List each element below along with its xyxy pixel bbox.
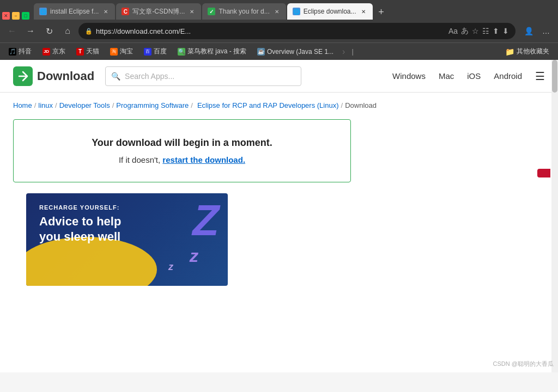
ad-headline: Advice to helpyou sleep well xyxy=(39,214,215,244)
search-box[interactable]: 🔍 Search Apps... xyxy=(105,66,301,86)
restart-download-link[interactable]: restart the download. xyxy=(162,155,245,164)
home-button[interactable]: ⌂ xyxy=(60,23,75,39)
tab-close-button[interactable]: ✕ xyxy=(360,8,367,15)
breadcrumb-programming-software[interactable]: Programming Software xyxy=(116,101,189,109)
bookmark-douyin[interactable]: 🎵 抖音 xyxy=(4,46,36,57)
folder-icon: 📁 xyxy=(505,47,514,56)
bookmark-java[interactable]: ☕ Overview (Java SE 1... xyxy=(253,47,338,57)
watermark: CSDN @聪明的大香瓜 xyxy=(493,360,554,368)
tab-eclipse-download[interactable]: 🌐 Eclipse downloa... ✕ xyxy=(287,3,373,20)
bookmark-jd[interactable]: JD 京东 xyxy=(38,46,70,57)
douyin-icon: 🎵 xyxy=(9,48,16,56)
search-icon: 🔍 xyxy=(111,72,120,81)
download-main-text: Your download will begin in a moment. xyxy=(35,137,329,149)
site-logo[interactable]: Download xyxy=(13,66,94,86)
bookmark-tianmao[interactable]: T 天猫 xyxy=(72,46,104,57)
logo-text: Download xyxy=(37,69,94,83)
nav-windows[interactable]: Windows xyxy=(392,71,426,81)
refresh-button[interactable]: ↻ xyxy=(41,23,57,39)
download-sub-text: If it doesn't, restart the download. xyxy=(35,155,329,164)
tab-close-button[interactable]: ✕ xyxy=(102,8,110,15)
bookmark-label: 抖音 xyxy=(19,47,32,56)
ad-tiny-z: z xyxy=(168,261,173,273)
bookmark-label: 天猫 xyxy=(86,47,99,56)
breadcrumb-eclipse[interactable]: Eclipse for RCP and RAP Developers (Linu… xyxy=(197,101,339,109)
java-icon: ☕ xyxy=(257,48,265,56)
bookmark-label: 百度 xyxy=(154,47,167,56)
lock-icon: 🔒 xyxy=(85,28,93,35)
scrollbar-thumb[interactable] xyxy=(552,60,557,93)
breadcrumb-developer-tools[interactable]: Developer Tools xyxy=(59,101,110,109)
share-icon[interactable]: ⬆ xyxy=(493,27,499,35)
tab-icon: 🌐 xyxy=(39,8,47,15)
back-button[interactable]: ← xyxy=(4,23,20,39)
read-mode-icon[interactable]: Aa xyxy=(448,27,458,35)
tianmao-icon: T xyxy=(76,48,84,56)
tab-label: install Eclipse f... xyxy=(50,8,99,15)
tab-install-eclipse[interactable]: 🌐 install Eclipse f... ✕ xyxy=(34,3,115,20)
tab-icon: C xyxy=(122,8,129,15)
breadcrumb-home[interactable]: Home xyxy=(13,101,32,109)
tabs-bar: ✕ − □ 🌐 install Eclipse f... ✕ C 写文章-CSD… xyxy=(0,0,558,20)
separator-bar: | xyxy=(351,47,353,56)
address-input[interactable]: 🔒 https://download.cnet.com/E... Aa あ ☆ … xyxy=(78,23,515,39)
breadcrumb-sep-1: / xyxy=(34,101,37,109)
search-placeholder: Search Apps... xyxy=(125,72,174,81)
bookmarks-folder[interactable]: 📁 其他收藏夹 xyxy=(501,46,554,57)
breadcrumb-sep-3: / xyxy=(112,101,114,109)
profile-button[interactable]: 👤 xyxy=(521,23,536,39)
translate-icon[interactable]: あ xyxy=(461,26,469,36)
bookmarks-separator: › xyxy=(342,47,345,57)
breadcrumb-linux[interactable]: linux xyxy=(38,101,53,109)
maximize-button[interactable]: □ xyxy=(22,12,29,20)
nav-android[interactable]: Android xyxy=(494,71,522,81)
breadcrumb-sep-4: / xyxy=(191,101,193,109)
ad-banner: RECHARGE YOURSELF: Advice to helpyou sle… xyxy=(26,193,228,286)
nav-mac[interactable]: Mac xyxy=(439,71,454,81)
nav-ios[interactable]: iOS xyxy=(467,71,481,81)
minimize-button[interactable]: − xyxy=(12,12,20,20)
forward-button[interactable]: → xyxy=(23,23,38,39)
bookmark-label: 京东 xyxy=(52,47,65,56)
address-bar: ← → ↻ ⌂ 🔒 https://download.cnet.com/E...… xyxy=(0,20,558,42)
side-decoration: 五星红旗我为你自豪 xyxy=(537,169,550,177)
collections-icon[interactable]: ☷ xyxy=(482,27,489,35)
runoob-icon: 🔍 xyxy=(178,48,185,56)
menu-icon[interactable]: ☰ xyxy=(535,70,545,83)
ad-arc-decoration xyxy=(26,237,157,286)
main-content: Your download will begin in a moment. If… xyxy=(0,114,558,291)
scrollbar[interactable] xyxy=(551,60,558,372)
page-content: Download 🔍 Search Apps... Windows Mac iO… xyxy=(0,60,558,372)
tab-close-button[interactable]: ✕ xyxy=(273,8,281,15)
close-button[interactable]: ✕ xyxy=(2,12,10,20)
breadcrumb-sep-5: / xyxy=(341,101,343,109)
address-right-icons: Aa あ ☆ ☷ ⬆ ⬇ xyxy=(448,26,509,36)
address-text: https://download.cnet.com/E... xyxy=(96,27,445,35)
breadcrumb: Home / linux / Developer Tools / Program… xyxy=(0,93,558,114)
bookmark-runoob[interactable]: 🔍 菜鸟教程 java - 搜索 xyxy=(173,46,251,57)
new-tab-button[interactable]: + xyxy=(374,4,389,20)
tab-csdn[interactable]: C 写文章-CSDN博... ✕ xyxy=(116,3,201,20)
bookmark-label: 菜鸟教程 java - 搜索 xyxy=(187,47,246,56)
ad-small-z: z xyxy=(190,246,198,266)
bookmark-taobao[interactable]: 淘 淘宝 xyxy=(106,46,137,57)
breadcrumb-sep-2: / xyxy=(55,101,57,109)
tab-thankyou[interactable]: ✓ Thank you for d... ✕ xyxy=(202,3,286,20)
tab-label: Eclipse downloa... xyxy=(304,8,356,15)
ad-text-content: RECHARGE YOURSELF: Advice to helpyou sle… xyxy=(39,204,215,244)
nav-links: Windows Mac iOS Android ☰ xyxy=(392,70,545,83)
jd-icon: JD xyxy=(43,48,50,56)
window-controls: ✕ − □ xyxy=(2,12,29,20)
favorites-icon[interactable]: ☆ xyxy=(472,27,479,35)
tab-close-button[interactable]: ✕ xyxy=(188,8,196,15)
sub-text-prefix: If it doesn't, xyxy=(119,155,162,164)
bookmarks-bar: 🎵 抖音 JD 京东 T 天猫 淘 淘宝 百 百度 🔍 菜鸟教程 java - … xyxy=(0,42,558,60)
taobao-icon: 淘 xyxy=(110,48,118,56)
tab-icon: 🌐 xyxy=(293,8,300,15)
more-tools-button[interactable]: … xyxy=(538,23,554,39)
bookmark-baidu[interactable]: 百 百度 xyxy=(140,46,171,57)
download-box: Your download will begin in a moment. If… xyxy=(13,119,351,182)
baidu-icon: 百 xyxy=(144,48,151,56)
folder-label: 其他收藏夹 xyxy=(517,47,549,56)
download-icon[interactable]: ⬇ xyxy=(502,27,509,35)
